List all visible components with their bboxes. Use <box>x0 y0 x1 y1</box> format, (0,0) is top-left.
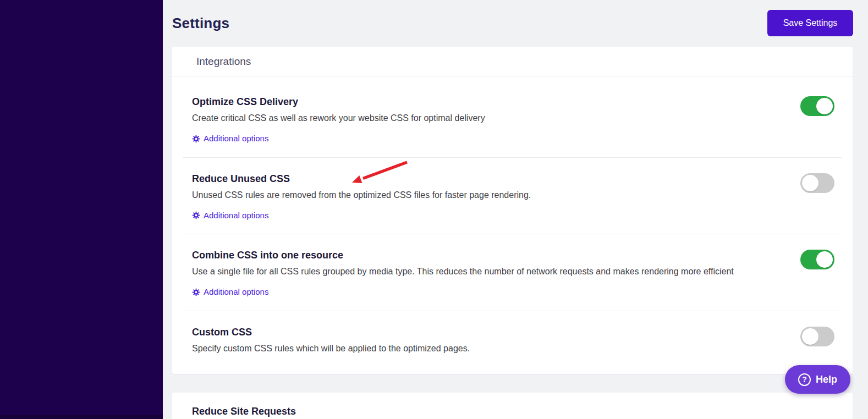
additional-options-link[interactable]: Additional options <box>192 210 268 222</box>
sidebar <box>0 0 163 419</box>
gear-icon <box>192 211 200 219</box>
setting-description: Specify custom CSS rules which will be a… <box>192 342 470 355</box>
toggle-knob <box>802 175 818 191</box>
additional-options-link[interactable]: Additional options <box>192 286 268 298</box>
toggle-knob <box>802 328 818 345</box>
setting-row-combine-css: Combine CSS into one resource Use a sing… <box>183 234 842 311</box>
question-mark-icon: ? <box>798 373 811 386</box>
sidebar-footer <box>0 415 163 419</box>
setting-description: Unused CSS rules are removed from the op… <box>192 189 531 202</box>
additional-options-link[interactable]: Additional options <box>192 133 268 145</box>
top-bar: Settings Save Settings <box>163 0 868 47</box>
setting-description: Use a single file for all CSS rules grou… <box>192 265 734 278</box>
toggle-reduce-unused-css[interactable] <box>800 173 834 193</box>
content-area: Integrations Optimize CSS Delivery Creat… <box>163 47 868 419</box>
save-settings-button[interactable]: Save Settings <box>767 10 853 36</box>
toggle-knob <box>816 98 833 114</box>
setting-text-block: Combine CSS into one resource Use a sing… <box>192 249 734 299</box>
help-button[interactable]: ? Help <box>785 365 850 394</box>
toggle-optimize-css-delivery[interactable] <box>800 96 834 116</box>
gear-icon <box>192 288 200 296</box>
setting-row-custom-css: Custom CSS Specify custom CSS rules whic… <box>183 311 842 372</box>
setting-title: Combine CSS into one resource <box>192 249 734 262</box>
additional-options-label: Additional options <box>204 133 268 145</box>
setting-description: Create critical CSS as well as rework yo… <box>192 112 485 125</box>
question-glyph: ? <box>802 376 807 383</box>
main-content: Settings Save Settings Integrations Opti… <box>163 0 868 419</box>
setting-row-optimize-css-delivery: Optimize CSS Delivery Create critical CS… <box>183 81 842 158</box>
setting-text-block: Optimize CSS Delivery Create critical CS… <box>192 95 485 145</box>
toggle-knob <box>816 251 833 268</box>
toggle-custom-css[interactable] <box>800 327 834 346</box>
setting-text-block: Custom CSS Specify custom CSS rules whic… <box>192 326 470 355</box>
toggle-combine-css[interactable] <box>800 250 834 269</box>
setting-text-block: Reduce Unused CSS Unused CSS rules are r… <box>192 172 531 222</box>
gear-icon <box>192 135 200 143</box>
setting-title: Optimize CSS Delivery <box>192 95 485 108</box>
next-section-card: Reduce Site Requests <box>172 393 853 419</box>
section-title-integrations: Integrations <box>172 47 853 76</box>
app-window: Settings Save Settings Integrations Opti… <box>0 0 868 419</box>
page-title: Settings <box>172 15 229 32</box>
setting-title: Custom CSS <box>192 326 470 339</box>
help-label: Help <box>816 374 837 385</box>
additional-options-label: Additional options <box>204 210 268 222</box>
additional-options-label: Additional options <box>204 286 268 298</box>
settings-rows: Optimize CSS Delivery Create critical CS… <box>172 76 853 374</box>
setting-row-reduce-unused-css: Reduce Unused CSS Unused CSS rules are r… <box>183 158 842 235</box>
next-section-title: Reduce Site Requests <box>192 405 853 418</box>
integrations-card: Integrations Optimize CSS Delivery Creat… <box>172 47 853 374</box>
setting-title: Reduce Unused CSS <box>192 172 531 185</box>
